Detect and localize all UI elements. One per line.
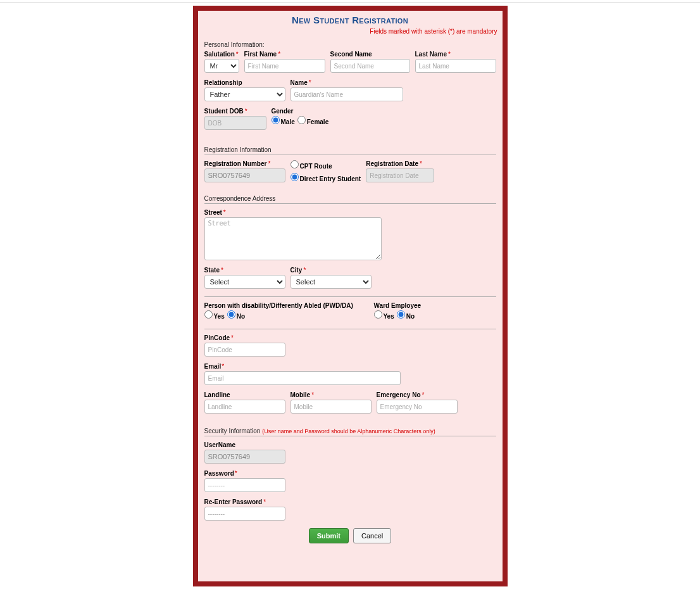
label-second-name: Second Name [330,51,410,58]
reg-date-input[interactable] [366,168,434,182]
password-input[interactable] [204,478,285,492]
label-salutation: Salutation* [204,51,239,58]
ward-yes-option[interactable]: Yes [374,310,394,320]
section-personal: Personal Information: [198,39,503,49]
pincode-input[interactable] [204,343,285,357]
label-last-name: Last Name* [415,51,496,58]
label-password: Password* [204,470,285,477]
username-input [204,450,285,464]
emergency-input[interactable] [377,400,458,414]
label-ward: Ward Employee [374,302,422,309]
relationship-select[interactable]: Father [204,87,285,101]
gender-male-option[interactable]: Male [272,116,295,125]
label-student-dob: Student DOB* [204,108,266,115]
label-pincode: PinCode* [204,334,285,341]
email-input[interactable] [204,371,401,385]
label-city: City* [291,267,372,274]
state-select[interactable]: Select [204,275,285,289]
label-mobile: Mobile* [291,391,372,398]
last-name-input[interactable] [415,59,496,73]
section-registration: Registration Information [204,142,496,155]
cpt-route-option[interactable]: CPT Route [291,160,332,170]
label-gender: Gender [272,108,329,115]
label-reg-date: Registration Date* [366,160,434,167]
label-street: Street* [204,209,382,216]
first-name-input[interactable] [244,59,325,73]
guardian-name-input[interactable] [291,87,403,101]
mandatory-note: Fields marked with asterisk (*) are mand… [198,27,503,39]
cancel-button[interactable]: Cancel [353,528,391,543]
label-reenter-password: Re-Enter Password* [204,498,285,505]
label-reg-number: Registration Number* [204,160,285,167]
label-username: UserName [204,441,285,448]
label-state: State* [204,267,285,274]
form-container: New Student Registration Fields marked w… [193,6,508,586]
submit-button[interactable]: Submit [309,528,349,543]
label-email: Email* [204,363,401,370]
street-textarea[interactable] [204,217,382,260]
section-correspondence: Correspondence Address [204,191,496,204]
label-emergency: Emergency No* [377,391,458,398]
direct-entry-option[interactable]: Direct Entry Student [291,173,361,182]
page-title: New Student Registration [198,11,503,27]
gender-female-option[interactable]: Female [297,116,328,125]
dob-input[interactable] [204,116,266,130]
second-name-input[interactable] [330,59,410,73]
label-pwd: Person with disability/Differently Abled… [204,302,369,309]
pwd-no-option[interactable]: No [227,310,245,320]
city-select[interactable]: Select [291,275,372,289]
label-landline: Landline [204,391,285,398]
pwd-yes-option[interactable]: Yes [204,310,225,320]
landline-input[interactable] [204,400,285,414]
salutation-select[interactable]: Mr [204,59,239,73]
reenter-password-input[interactable] [204,507,285,521]
ward-no-option[interactable]: No [397,310,415,320]
reg-number-input [204,168,285,182]
label-guardian-name: Name* [291,79,403,86]
label-relationship: Relationship [204,79,285,86]
section-security: Security Information (User name and Pass… [204,424,496,436]
label-first-name: First Name* [244,51,325,58]
mobile-input[interactable] [291,400,372,414]
